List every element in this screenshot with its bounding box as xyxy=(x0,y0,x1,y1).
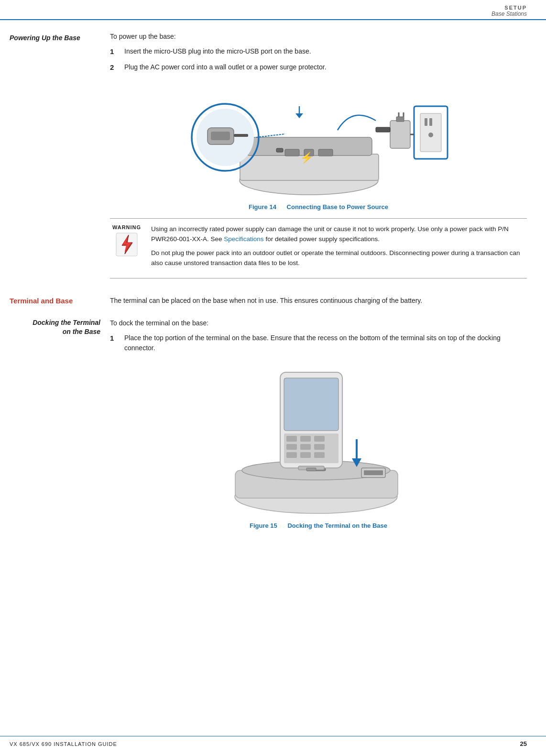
figure-15-caption: Figure 15 Docking the Terminal on the Ba… xyxy=(110,522,527,529)
page-header: Setup Base Stations xyxy=(0,0,546,20)
svg-rect-36 xyxy=(286,436,297,442)
powering-steps: 1 Insert the micro-USB plug into the mic… xyxy=(110,46,527,73)
step-1-text: Insert the micro-USB plug into the micro… xyxy=(124,46,311,57)
header-subtitle: Base Stations xyxy=(491,11,527,17)
docking-label-col: Docking the Terminal on the Base xyxy=(10,318,105,537)
page-wrapper: Setup Base Stations Powering Up the Base… xyxy=(0,0,546,756)
header-setup: Setup xyxy=(491,5,527,11)
figure-14-container: ⚡ xyxy=(110,82,527,199)
svg-point-20 xyxy=(428,133,433,137)
svg-rect-44 xyxy=(314,452,325,458)
powering-content-col: To power up the base: 1 Insert the micro… xyxy=(105,32,527,288)
svg-rect-39 xyxy=(286,444,297,450)
fig15-num: Figure 15 xyxy=(250,522,277,529)
figure-14-image: ⚡ xyxy=(180,82,457,197)
warning-para-1: Using an incorrectly rated power supply … xyxy=(151,224,527,245)
terminal-label: Terminal and Base xyxy=(10,296,100,306)
svg-text:⚡: ⚡ xyxy=(300,151,314,164)
page-footer: VX 685/VX 690 Installation Guide 25 xyxy=(0,736,546,751)
svg-rect-21 xyxy=(390,121,410,148)
docking-step-1-text: Place the top portion of the terminal on… xyxy=(124,333,527,353)
warning-label-col: WARNING xyxy=(110,224,143,257)
docking-content-col: To dock the terminal on the base: 1 Plac… xyxy=(105,318,527,537)
terminal-content-col: The terminal can be placed on the base w… xyxy=(105,296,527,311)
svg-rect-19 xyxy=(429,118,432,126)
docking-intro: To dock the terminal on the base: xyxy=(110,318,527,328)
svg-rect-50 xyxy=(364,470,383,475)
fig14-title: Connecting Base to Power Source xyxy=(287,203,388,211)
footer-page: 25 xyxy=(520,740,527,747)
step-2-num: 2 xyxy=(110,62,120,73)
svg-rect-25 xyxy=(376,127,390,132)
svg-rect-43 xyxy=(300,452,311,458)
svg-rect-12 xyxy=(234,134,248,137)
svg-rect-11 xyxy=(211,132,230,140)
figure-14-caption: Figure 14 Connecting Base to Power Sourc… xyxy=(110,203,527,211)
step-1-num: 1 xyxy=(110,46,120,57)
svg-rect-40 xyxy=(300,444,311,450)
powering-label: Powering Up the Base xyxy=(10,33,100,43)
fig14-num: Figure 14 xyxy=(249,203,276,211)
docking-steps: 1 Place the top portion of the terminal … xyxy=(110,333,527,353)
docking-label: Docking the Terminal on the Base xyxy=(10,318,100,337)
svg-rect-3 xyxy=(285,149,299,156)
svg-rect-41 xyxy=(314,444,325,450)
svg-rect-42 xyxy=(286,452,297,458)
terminal-label-col: Terminal and Base xyxy=(10,296,105,311)
svg-rect-46 xyxy=(306,468,316,471)
figure-15-container xyxy=(110,363,527,517)
step-2-text: Plug the AC power cord into a wall outle… xyxy=(124,62,327,73)
fig14-spacer xyxy=(278,203,284,211)
docking-step-1-num: 1 xyxy=(110,333,120,353)
warning-icon xyxy=(115,232,138,257)
svg-rect-7 xyxy=(276,148,283,152)
warning-link[interactable]: Specifications xyxy=(224,235,263,243)
docking-section: Docking the Terminal on the Base To dock… xyxy=(10,318,527,537)
warning-text-col: Using an incorrectly rated power supply … xyxy=(151,224,527,272)
svg-rect-37 xyxy=(300,436,311,442)
svg-rect-22 xyxy=(396,117,404,122)
svg-rect-34 xyxy=(284,378,339,431)
powering-intro: To power up the base: xyxy=(110,32,527,42)
step-1: 1 Insert the micro-USB plug into the mic… xyxy=(110,46,527,57)
terminal-section: Terminal and Base The terminal can be pl… xyxy=(10,296,527,311)
svg-rect-18 xyxy=(425,118,427,126)
footer-doc: VX 685/VX 690 Installation Guide xyxy=(10,741,117,747)
docking-step-1: 1 Place the top portion of the terminal … xyxy=(110,333,527,353)
step-2: 2 Plug the AC power cord into a wall out… xyxy=(110,62,527,73)
fig15-spacer xyxy=(279,522,285,529)
powering-label-col: Powering Up the Base xyxy=(10,32,105,288)
svg-line-13 xyxy=(256,134,285,137)
figure-15-image xyxy=(213,363,424,516)
warning-label-text: WARNING xyxy=(112,224,141,230)
svg-rect-5 xyxy=(318,149,333,156)
fig15-title: Docking the Terminal on the Base xyxy=(287,522,387,529)
svg-rect-38 xyxy=(314,436,325,442)
header-text: Setup Base Stations xyxy=(491,5,527,17)
terminal-text: The terminal can be placed on the base w… xyxy=(110,296,527,306)
warning-para-2: Do not plug the power pack into an outdo… xyxy=(151,248,527,268)
powering-section: Powering Up the Base To power up the bas… xyxy=(10,32,527,288)
svg-marker-14 xyxy=(295,113,303,118)
warning-box: WARNING Using an incorrectly rated power… xyxy=(110,218,527,278)
